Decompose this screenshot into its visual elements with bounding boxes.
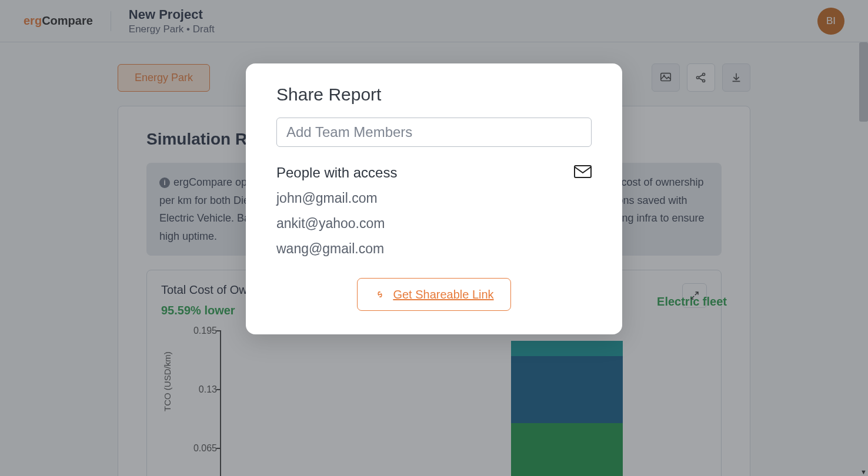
add-team-members-input[interactable] [276, 118, 592, 147]
tab-energy-park[interactable]: Energy Park [118, 64, 210, 92]
brand-logo[interactable]: ergCompare [24, 14, 93, 28]
y-tick-mark-0 [216, 330, 221, 331]
tco-chart: TCO (USD/km) 0.195 0.13 0.065 [161, 323, 707, 476]
access-row: People with access [276, 165, 592, 181]
y-tick-2: 0.065 [182, 443, 217, 454]
image-export-button[interactable] [652, 63, 680, 92]
person-0: john@gmail.com [276, 190, 592, 206]
y-tick-mark-1 [216, 389, 221, 390]
app-header: ergCompare New Project Energy Park • Dra… [0, 0, 868, 42]
svg-point-2 [696, 76, 699, 79]
y-tick-mark-2 [216, 448, 221, 449]
share-report-modal: Share Report People with access john@gma… [246, 63, 622, 334]
header-divider [111, 11, 111, 31]
bar-electric-fleet [511, 323, 623, 476]
link-button-label: Get Shareable Link [393, 288, 493, 301]
y-tick-0: 0.195 [182, 326, 217, 336]
link-icon [374, 289, 386, 300]
info-icon: i [159, 177, 170, 188]
svg-point-3 [703, 73, 705, 75]
svg-point-1 [663, 75, 665, 76]
share-icon [695, 71, 707, 84]
image-icon [659, 71, 672, 84]
modal-title: Share Report [276, 85, 592, 105]
svg-point-4 [703, 79, 705, 82]
bar-segment-blue [511, 356, 623, 423]
get-shareable-link-button[interactable]: Get Shareable Link [357, 278, 511, 311]
bar-segment-green [511, 423, 623, 476]
bar-segment-teal [511, 341, 623, 356]
person-2: wang@gmail.com [276, 241, 592, 257]
brand-suffix: Compare [42, 14, 93, 27]
project-title: New Project [129, 7, 215, 22]
svg-rect-5 [575, 166, 591, 177]
download-button[interactable] [722, 63, 750, 92]
scrollbar-thumb[interactable] [859, 42, 868, 122]
access-title: People with access [276, 165, 397, 181]
project-subtitle: Energy Park • Draft [129, 24, 215, 35]
project-status: Draft [193, 24, 215, 35]
download-icon [730, 71, 743, 84]
scrollbar-down-arrow[interactable]: ▼ [859, 467, 868, 476]
chart-side-note: Electric fleet [657, 295, 727, 309]
mail-icon[interactable] [574, 165, 592, 180]
user-avatar[interactable]: BI [817, 8, 844, 35]
project-context: Energy Park [129, 24, 184, 35]
project-block: New Project Energy Park • Draft [129, 7, 215, 35]
y-axis-line [220, 330, 221, 476]
y-tick-1: 0.13 [182, 384, 217, 395]
brand-prefix: erg [24, 14, 42, 27]
y-axis-label: TCO (USD/km) [162, 352, 172, 412]
person-1: ankit@yahoo.com [276, 216, 592, 232]
share-button[interactable] [687, 63, 715, 92]
